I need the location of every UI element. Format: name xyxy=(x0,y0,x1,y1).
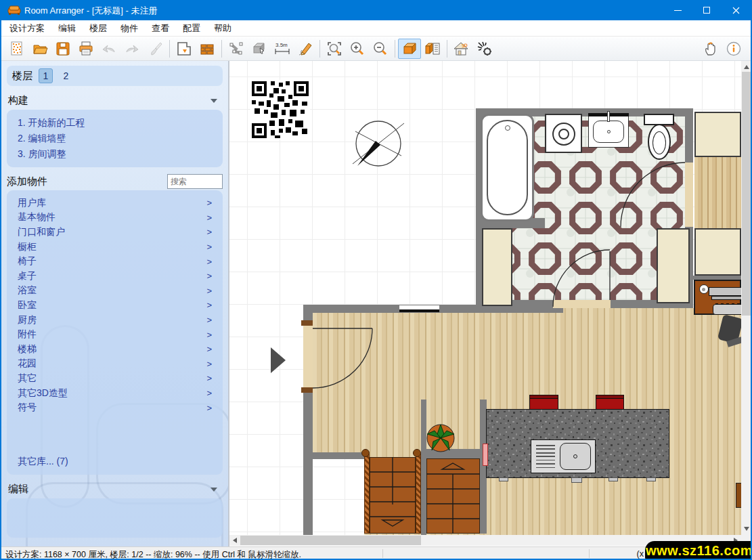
menu-item[interactable]: 设计方案 xyxy=(3,20,51,37)
potted-plant[interactable] xyxy=(426,424,455,452)
corridor-door-sill[interactable] xyxy=(685,163,693,227)
wall[interactable] xyxy=(421,400,426,535)
print-button[interactable] xyxy=(74,39,97,59)
collapse-icon[interactable] xyxy=(211,488,217,492)
stair-railing[interactable] xyxy=(416,454,421,534)
vertical-scrollbar[interactable] xyxy=(741,61,752,535)
washing-machine[interactable] xyxy=(545,114,582,153)
category-item[interactable]: 浴室 > xyxy=(14,284,216,299)
search-input[interactable] xyxy=(167,174,223,189)
close-button[interactable] xyxy=(721,0,751,20)
menu-item[interactable]: 配置 xyxy=(176,20,207,37)
menu-item[interactable]: 查看 xyxy=(145,20,176,37)
select-3d-box-button[interactable] xyxy=(248,39,271,59)
category-item[interactable]: 符号 > xyxy=(14,400,216,415)
pan-hand-button[interactable] xyxy=(699,39,722,59)
undo-button[interactable] xyxy=(97,39,120,59)
chevron-right-icon: > xyxy=(206,300,212,310)
build-section-header[interactable]: 构建 xyxy=(7,91,223,108)
floor-plan-canvas[interactable] xyxy=(229,61,741,535)
bathroom-sink[interactable] xyxy=(588,113,629,148)
wall[interactable] xyxy=(303,452,313,535)
corridor-floor[interactable] xyxy=(694,157,741,228)
bathroom-door-sill[interactable] xyxy=(553,300,611,308)
category-item[interactable]: 门口和窗户 > xyxy=(14,225,216,240)
stool-edge xyxy=(596,395,623,399)
explode-settings-button[interactable] xyxy=(473,39,496,59)
staircase-down[interactable] xyxy=(370,457,416,534)
island-sink-unit[interactable] xyxy=(531,439,596,473)
redo-button[interactable] xyxy=(120,39,143,59)
desk[interactable] xyxy=(694,280,741,315)
category-item[interactable]: 附件 > xyxy=(14,327,216,342)
save-button[interactable] xyxy=(51,39,74,59)
build-step-link[interactable]: 1. 开始新的工程 xyxy=(14,115,216,131)
scroll-up-icon[interactable] xyxy=(744,65,749,69)
draw-room-button[interactable] xyxy=(173,39,196,59)
zoom-out-button[interactable] xyxy=(369,39,392,59)
category-item[interactable]: 楼梯 > xyxy=(14,342,216,357)
info-button[interactable] xyxy=(722,39,745,59)
staircase-up[interactable] xyxy=(426,458,480,534)
closet[interactable] xyxy=(694,228,741,276)
draw-button[interactable] xyxy=(294,39,317,59)
radiator[interactable] xyxy=(483,444,488,466)
bathroom-cabinet[interactable] xyxy=(482,228,512,306)
zoom-to-fit-button[interactable] xyxy=(323,39,346,59)
category-item[interactable]: 花园 > xyxy=(14,357,216,372)
floor-tab[interactable]: 1 xyxy=(39,68,53,83)
format-brush-button[interactable] xyxy=(143,39,167,59)
category-item[interactable]: 用户库 > xyxy=(14,196,216,211)
category-item[interactable]: 橱柜 > xyxy=(14,240,216,255)
closet[interactable] xyxy=(694,112,741,157)
compass-symbol[interactable] xyxy=(351,116,405,171)
walk-through-button[interactable]: 3D xyxy=(450,39,473,59)
category-item[interactable]: 其它3D造型 > xyxy=(14,386,216,401)
stair-railing[interactable] xyxy=(364,454,370,534)
menu-item[interactable]: 楼层 xyxy=(83,20,114,37)
new-project-button[interactable] xyxy=(5,39,28,59)
category-item[interactable]: 卧室 > xyxy=(14,298,216,313)
category-item[interactable]: 桌子 > xyxy=(14,269,216,284)
minimize-button[interactable] xyxy=(663,0,692,20)
menu-item[interactable]: 物件 xyxy=(114,20,145,37)
scroll-down-icon[interactable] xyxy=(744,527,749,531)
category-item[interactable]: 其它 > xyxy=(14,371,216,386)
category-label: 门口和窗户 xyxy=(18,226,65,238)
bathroom-cabinet[interactable] xyxy=(657,228,690,303)
category-item[interactable]: 基本物件 > xyxy=(14,211,216,225)
floor-tab[interactable]: 2 xyxy=(59,68,73,83)
pointer-marker[interactable] xyxy=(271,347,286,373)
horizontal-scroll-thumb[interactable] xyxy=(240,536,421,545)
open-button[interactable] xyxy=(28,39,51,59)
draw-wall-button[interactable] xyxy=(196,39,219,59)
bar-stool[interactable] xyxy=(596,395,624,410)
bathtub[interactable] xyxy=(481,114,534,221)
collapse-icon[interactable] xyxy=(211,99,217,103)
wall[interactable] xyxy=(685,108,693,163)
vertical-scroll-thumb[interactable] xyxy=(742,72,751,316)
front-door-sill[interactable] xyxy=(303,324,313,389)
select-objects-button[interactable] xyxy=(225,39,248,59)
scroll-left-icon[interactable] xyxy=(233,538,237,543)
build-step-link[interactable]: 2. 编辑墙壁 xyxy=(14,131,216,146)
toilet-bowl[interactable] xyxy=(648,124,671,160)
menu-item[interactable]: 编辑 xyxy=(51,20,83,37)
menu-item[interactable]: 帮助 xyxy=(207,20,238,37)
category-item[interactable]: 厨房 > xyxy=(14,313,216,328)
status-text: 设计方案: 1168 × 700 厘米, 楼层: 1/2 -- 缩放: 96% … xyxy=(5,549,301,560)
brick-wall-icon xyxy=(199,41,215,57)
measure-button[interactable]: 3.5m xyxy=(271,39,294,59)
view-3d-with-list-button[interactable] xyxy=(421,39,444,59)
bar-stool[interactable] xyxy=(529,395,558,410)
category-item[interactable]: 椅子 > xyxy=(14,254,216,269)
zoom-in-button[interactable] xyxy=(346,39,369,59)
edit-section-header[interactable]: 编辑 xyxy=(7,480,223,497)
view-3d-button[interactable] xyxy=(398,39,421,59)
cabinet-edge[interactable] xyxy=(736,483,741,508)
qr-code[interactable] xyxy=(250,80,310,139)
maximize-button[interactable] xyxy=(692,0,722,20)
more-libraries-link[interactable]: 其它库... (7) xyxy=(18,456,68,468)
build-step-link[interactable]: 3. 房间调整 xyxy=(14,146,216,162)
save-floppy-icon xyxy=(55,41,71,57)
